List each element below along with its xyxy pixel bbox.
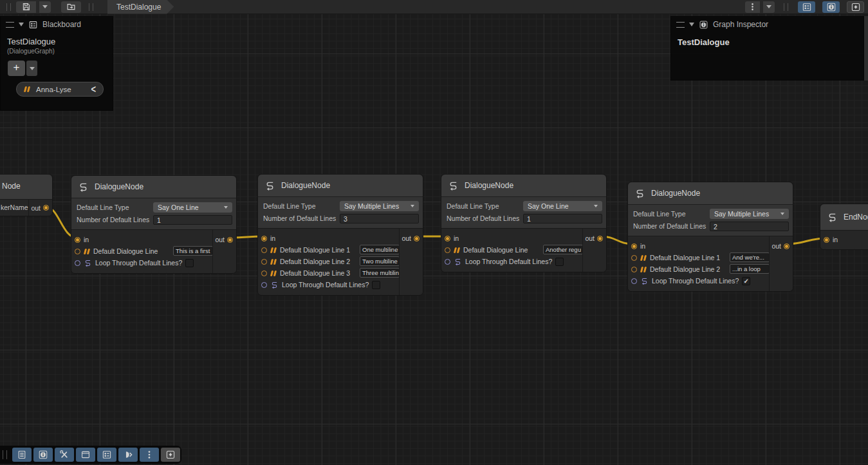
loop-checkbox[interactable] [372,281,380,289]
loop-port[interactable] [75,260,80,266]
dialogue-line-port[interactable] [445,247,450,253]
collapse-arrow-icon[interactable] [19,23,24,26]
port-row: Default Dialogue Line 3 Three multilin [258,267,399,279]
info-toggle-button[interactable] [33,448,53,462]
dialogue-node-3[interactable]: DialogueNode Default Line Type Say One L… [441,174,607,272]
expander-chevron-icon[interactable]: < [91,83,96,96]
blackboard-field-anna-lyse[interactable]: Anna-Lyse < [16,82,104,97]
dialogue-line-field[interactable]: Three multilin [360,268,400,278]
property-row: Number of Default Lines 3 [258,213,419,223]
loop-checkbox[interactable] [555,258,564,266]
add-variable-options-button[interactable] [26,61,37,76]
dropdown-value: Say One Line [158,204,224,211]
dialogue-line-port[interactable] [261,259,267,265]
dialogue-line-field[interactable]: Two multiline [360,256,400,266]
dropdown-value: Say Multiple Lines [344,202,411,210]
dialogue-line-port[interactable] [261,270,267,276]
options-menu-button[interactable] [745,1,760,13]
quote-icon [640,267,647,272]
dialogue-line-field[interactable]: This is a first [173,246,213,256]
out-port[interactable] [43,205,49,211]
line-type-dropdown[interactable]: Say Multiple Lines [340,201,419,211]
dialogue-node-icon [264,180,275,191]
out-port[interactable] [227,237,233,243]
loop-port[interactable] [445,259,450,265]
out-port[interactable] [597,236,603,242]
num-lines-field[interactable]: 3 [340,214,419,223]
console-icon [17,450,27,460]
port-label: Loop Through Default Lines? [465,258,552,265]
dialogue-node-4[interactable]: DialogueNode Default Line Type Say Multi… [627,182,793,292]
dialogue-line-field[interactable]: One multiline [360,245,400,254]
in-port[interactable] [261,236,267,242]
in-port[interactable] [445,236,450,242]
save-options-button[interactable] [39,1,51,13]
in-port[interactable] [824,237,829,243]
open-asset-button[interactable] [61,1,81,13]
output-column: out [212,230,236,273]
panel-resize-strip[interactable] [864,16,868,81]
dialogue-node-2[interactable]: DialogueNode Default Line Type Say Multi… [257,174,423,296]
spark-toggle-button[interactable] [161,448,180,462]
window-toggle-button[interactable] [76,448,95,462]
caret-down-icon [30,67,35,70]
caret-down-icon [594,205,598,207]
drag-handle-icon[interactable] [676,22,685,28]
blackboard-panel[interactable]: Blackboard TestDialogue (DialogueGraph) … [0,16,113,111]
blackboard-toggle-button[interactable] [97,448,116,462]
more-options-button[interactable] [140,448,159,462]
save-button[interactable] [16,1,36,13]
line-type-dropdown[interactable]: Say Multiple Lines [710,209,789,219]
output-column: out [582,229,606,272]
spark-toggle-button[interactable] [847,1,864,13]
options-caret-button[interactable] [763,1,775,13]
transition-toggle-button[interactable] [118,448,138,462]
add-variable-button[interactable]: + [8,61,25,76]
inspector-toggle-button[interactable] [822,1,840,13]
num-lines-field[interactable]: 1 [523,214,602,223]
node-title-bar: DialogueNode [628,182,793,204]
toolbar-drag-handle[interactable] [3,450,7,459]
dialogue-line-port[interactable] [631,255,637,261]
graph-inspector-panel[interactable]: Graph Inspector TestDialogue [670,16,864,81]
dialogue-line-port[interactable] [631,267,637,272]
line-type-dropdown[interactable]: Say One Line [153,202,232,213]
end-node[interactable]: EndNode in [820,204,868,250]
port-label: in [84,236,89,243]
toolbar-drag-handle [89,3,93,11]
dialogue-node-1[interactable]: DialogueNode Default Line Type Say One L… [71,175,237,274]
property-row: Number of Default Lines 2 [628,221,789,231]
num-lines-field[interactable]: 1 [153,215,232,225]
line-type-dropdown[interactable]: Say One Line [523,201,602,211]
tools-toggle-button[interactable] [55,448,74,462]
collapse-arrow-icon[interactable] [689,23,694,26]
blackboard-icon [28,20,38,30]
field-name: Anna-Lyse [36,86,85,93]
loop-checkbox[interactable]: ✓ [742,277,750,285]
blackboard-toggle-button[interactable] [798,1,815,13]
dialogue-line-field[interactable]: ...in a loop [730,264,770,274]
quote-icon [24,86,30,92]
dialogue-line-field[interactable]: And we're... [730,252,770,262]
dialogue-line-field[interactable]: Another regu [543,245,583,254]
num-lines-field[interactable]: 2 [710,222,789,231]
node-title: DialogueNode [651,189,700,198]
in-port[interactable] [631,243,637,249]
out-port[interactable] [414,236,420,242]
quote-icon [270,270,277,276]
node-title-bar: DialogueNode [258,175,423,196]
loop-port[interactable] [261,282,267,288]
node-ports: in Default Dialogue Line Another regu Lo… [441,228,606,272]
port-row: Loop Through Default Lines? ✓ [628,275,769,287]
loop-port[interactable] [631,278,637,284]
out-port[interactable] [784,243,790,249]
dialogue-line-port[interactable] [261,247,267,253]
drag-handle-icon[interactable] [6,22,14,28]
loop-checkbox[interactable] [185,259,194,267]
in-port[interactable] [75,237,80,243]
tab-testdialogue[interactable]: TestDialogue [107,0,174,14]
console-toggle-button[interactable] [12,448,32,462]
start-node[interactable]: Node kerName out [0,174,53,216]
dialogue-line-port[interactable] [75,249,80,254]
port-row: in [628,240,769,252]
